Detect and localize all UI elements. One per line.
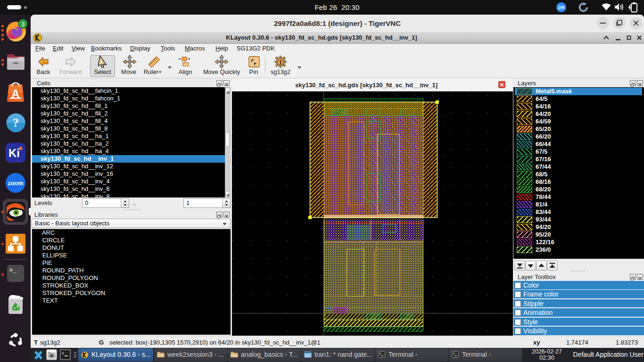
svg-text:$: $ xyxy=(62,351,64,355)
svg-text:P: P xyxy=(251,58,254,63)
svg-text:zoom: zoom xyxy=(8,180,24,187)
svg-text:T: T xyxy=(279,59,282,65)
svg-text:>_: >_ xyxy=(9,267,17,274)
svg-text:Ki: Ki xyxy=(8,147,20,159)
svg-text:$: $ xyxy=(453,352,455,355)
svg-text:$: $ xyxy=(380,352,381,355)
svg-text:?: ? xyxy=(13,116,19,130)
